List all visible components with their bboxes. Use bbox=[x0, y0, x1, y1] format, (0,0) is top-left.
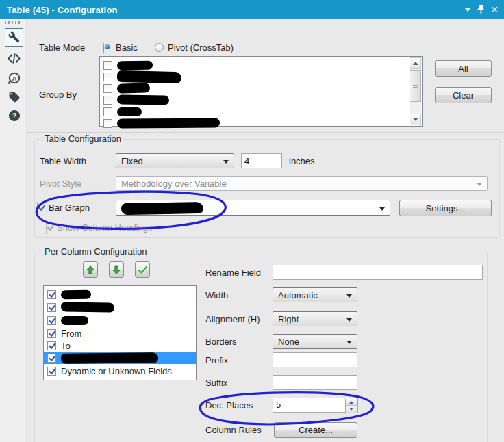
chevron-down-icon bbox=[346, 341, 352, 344]
list-item[interactable] bbox=[44, 301, 196, 313]
spin-down-button[interactable] bbox=[346, 406, 357, 413]
redacted-value bbox=[117, 94, 169, 105]
item-checkbox[interactable] bbox=[103, 119, 112, 128]
svg-text:A: A bbox=[12, 75, 16, 81]
radio-basic[interactable] bbox=[103, 42, 104, 54]
dec-places-label: Dec. Places bbox=[205, 400, 253, 411]
table-width-label: Table Width bbox=[40, 156, 86, 166]
panel-grip[interactable] bbox=[5, 21, 21, 24]
redacted-value bbox=[117, 60, 153, 70]
list-item[interactable] bbox=[44, 314, 196, 326]
collapse-caret-icon[interactable] bbox=[465, 8, 470, 12]
item-checkbox[interactable] bbox=[47, 341, 56, 350]
list-item[interactable] bbox=[100, 59, 422, 71]
spin-up-button[interactable] bbox=[346, 399, 357, 406]
clear-button[interactable]: Clear bbox=[435, 87, 492, 103]
chevron-down-icon bbox=[346, 294, 352, 298]
pivot-style-label: Pivot Style bbox=[40, 179, 81, 189]
list-item-selected[interactable] bbox=[44, 352, 196, 364]
table-mode-label: Table Mode bbox=[39, 42, 85, 53]
bar-graph-label: Bar Graph bbox=[49, 203, 90, 213]
item-checkbox[interactable] bbox=[47, 316, 56, 325]
chevron-down-icon bbox=[346, 318, 352, 322]
configuration-wrench-icon[interactable] bbox=[5, 28, 23, 47]
item-checkbox[interactable] bbox=[47, 303, 56, 312]
item-checkbox[interactable] bbox=[47, 290, 56, 299]
dec-places-value: 5 bbox=[276, 400, 281, 410]
item-checkbox[interactable] bbox=[103, 73, 112, 81]
width-label: Width bbox=[205, 290, 228, 300]
rename-field-label: Rename Field bbox=[205, 268, 261, 278]
panel-title: Table (45) - Configuration bbox=[0, 5, 118, 15]
redacted-value bbox=[61, 352, 158, 363]
redacted-value bbox=[117, 83, 150, 94]
per-column-configuration-title: Per Column Configuration bbox=[42, 246, 150, 257]
item-checkbox[interactable] bbox=[47, 367, 56, 376]
group-by-scrollbar[interactable] bbox=[410, 57, 421, 125]
list-item[interactable]: Dynamic or Unknown Fields bbox=[44, 365, 196, 377]
list-item[interactable] bbox=[100, 105, 422, 118]
inches-unit-label: inches bbox=[289, 156, 315, 166]
item-checkbox[interactable] bbox=[47, 329, 56, 338]
item-checkbox[interactable] bbox=[103, 61, 112, 70]
item-checkbox[interactable] bbox=[103, 84, 112, 93]
show-column-headings-checkbox bbox=[46, 222, 47, 234]
radio-pivot-crosstab-label: Pivot (CrossTab) bbox=[168, 42, 234, 53]
list-item[interactable] bbox=[44, 288, 196, 300]
radio-basic-label: Basic bbox=[116, 42, 138, 53]
redacted-value bbox=[117, 70, 181, 83]
rename-field-input[interactable] bbox=[273, 265, 483, 280]
borders-label: Borders bbox=[205, 337, 237, 347]
table-width-inches-input[interactable] bbox=[241, 153, 282, 168]
redacted-value bbox=[117, 107, 142, 116]
item-checkbox[interactable] bbox=[103, 96, 112, 105]
table-configuration-title: Table Configuration bbox=[42, 133, 124, 144]
tag-icon[interactable] bbox=[5, 88, 23, 106]
arrow-up-icon bbox=[86, 265, 94, 274]
list-item[interactable]: From bbox=[44, 327, 196, 339]
item-label: Dynamic or Unknown Fields bbox=[61, 366, 172, 376]
annotation-icon[interactable]: A bbox=[5, 68, 23, 87]
item-label: From bbox=[61, 328, 81, 339]
list-item[interactable] bbox=[100, 70, 422, 83]
item-checkbox[interactable] bbox=[103, 107, 112, 116]
dec-places-stepper[interactable]: 5 bbox=[273, 398, 358, 413]
alignment-select[interactable]: Right bbox=[273, 311, 357, 326]
table-width-select[interactable]: Fixed bbox=[116, 153, 234, 168]
item-checkbox[interactable] bbox=[47, 354, 56, 363]
group-by-list[interactable] bbox=[99, 56, 423, 127]
suffix-input[interactable] bbox=[273, 375, 357, 390]
chevron-down-icon bbox=[379, 207, 385, 211]
list-item[interactable] bbox=[100, 82, 422, 94]
titlebar: Table (45) - Configuration ✕ bbox=[0, 0, 504, 19]
svg-text:?: ? bbox=[12, 112, 16, 120]
move-down-button[interactable] bbox=[109, 261, 124, 278]
column-list[interactable]: From To Dynamic or Unknown Fields bbox=[43, 285, 197, 380]
close-icon[interactable]: ✕ bbox=[490, 5, 499, 14]
list-item[interactable]: To bbox=[44, 339, 196, 352]
settings-button[interactable]: Settings... bbox=[399, 200, 492, 216]
apply-check-button[interactable] bbox=[135, 261, 150, 278]
pivot-style-select: Methodology over Variable bbox=[116, 176, 488, 191]
all-button[interactable]: All bbox=[435, 60, 492, 77]
pin-icon[interactable] bbox=[477, 5, 484, 14]
prefix-label: Prefix bbox=[205, 355, 228, 365]
bar-graph-select[interactable] bbox=[116, 200, 390, 216]
code-icon[interactable] bbox=[5, 49, 23, 68]
list-item[interactable] bbox=[100, 94, 422, 106]
scroll-thumb[interactable] bbox=[410, 70, 421, 102]
width-select[interactable]: Automatic bbox=[273, 287, 357, 302]
prefix-input[interactable] bbox=[273, 352, 357, 367]
create-button[interactable]: Create... bbox=[274, 422, 357, 438]
redacted-value bbox=[61, 302, 114, 312]
list-item[interactable] bbox=[100, 117, 422, 129]
help-icon[interactable]: ? bbox=[5, 106, 23, 125]
borders-select[interactable]: None bbox=[273, 334, 357, 349]
redacted-value bbox=[117, 118, 220, 128]
radio-pivot-crosstab[interactable] bbox=[155, 43, 164, 52]
bar-graph-checkbox[interactable] bbox=[37, 203, 38, 214]
redacted-value bbox=[61, 289, 91, 299]
move-up-button[interactable] bbox=[83, 261, 98, 278]
scroll-up-button[interactable] bbox=[410, 57, 421, 69]
scroll-down-button[interactable] bbox=[410, 114, 421, 125]
